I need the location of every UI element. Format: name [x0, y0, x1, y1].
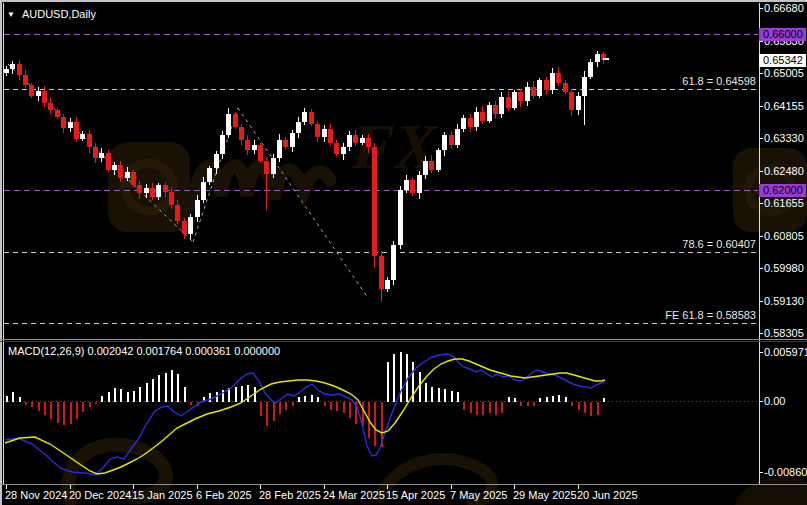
macd-plot[interactable] — [4, 342, 758, 483]
price-label: 0.65005 — [764, 67, 804, 80]
price-label: 0.59130 — [764, 295, 804, 308]
date-label: 20 Dec 2024 — [69, 489, 131, 502]
price-badge-level: 0.62000 — [759, 184, 806, 197]
price-label: 0.63330 — [764, 132, 804, 145]
fib-level-label: 61.8 = 0.64598 — [682, 75, 756, 88]
price-label: 0.60805 — [764, 230, 804, 243]
macd-axis-label: 0.00 — [764, 395, 785, 408]
date-label: 15 Apr 2025 — [386, 489, 445, 502]
main-chart-plot[interactable] — [4, 3, 758, 338]
chevron-down-icon[interactable]: ▼ — [7, 8, 15, 22]
date-label: 7 May 2025 — [450, 489, 507, 502]
window-left-border — [0, 0, 2, 505]
date-label: 28 Feb 2025 — [259, 489, 321, 502]
price-label: 0.59980 — [764, 262, 804, 275]
price-label: 0.61655 — [764, 197, 804, 210]
date-label: 28 Nov 2024 — [5, 489, 67, 502]
date-label: 6 Feb 2025 — [196, 489, 252, 502]
macd-name: MACD(12,26,9) — [8, 345, 84, 357]
fib-level-label: FE 61.8 = 0.58583 — [665, 309, 756, 322]
panel-separator[interactable] — [0, 339, 807, 340]
date-label: 20 Jun 2025 — [577, 489, 638, 502]
plot-left-edge — [3, 3, 4, 484]
date-label: 29 May 2025 — [513, 489, 577, 502]
macd-values: 0.002042 0.001764 0.000361 0.000000 — [87, 345, 280, 357]
fib-level-label: 78.6 = 0.60407 — [682, 238, 756, 251]
symbol-timeframe-selector[interactable]: ▼AUDUSD,Daily — [7, 7, 96, 21]
symbol-label: AUDUSD,Daily — [22, 8, 96, 20]
price-axis-border[interactable] — [759, 3, 760, 484]
price-label: 0.66680 — [764, 2, 804, 15]
price-label: 0.58305 — [764, 327, 804, 340]
macd-indicator-info: MACD(12,26,9) 0.002042 0.001764 0.000361… — [8, 345, 280, 358]
price-label: 0.62480 — [764, 165, 804, 178]
date-label: 15 Jan 2025 — [132, 489, 193, 502]
price-badge-current: 0.65342 — [759, 54, 806, 67]
date-label: 24 Mar 2025 — [323, 489, 385, 502]
chart-window: FX ▼AUDUSD,Daily MACD(12,26,9) 0.002042 … — [0, 0, 807, 505]
macd-axis-label: -0.008607 — [764, 466, 807, 479]
price-label: 0.64155 — [764, 100, 804, 113]
date-axis-separator — [0, 484, 807, 485]
window-top-border — [0, 0, 807, 2]
price-badge-level: 0.66000 — [759, 28, 806, 41]
macd-axis-label: 0.005971 — [764, 346, 807, 359]
panel-separator-shadow — [0, 341, 807, 342]
